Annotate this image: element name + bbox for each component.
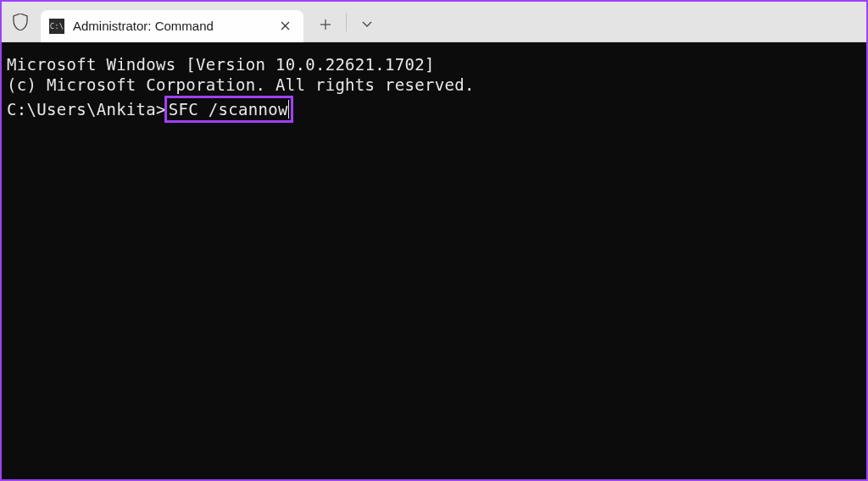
tab-dropdown-button[interactable] [348,8,386,41]
titlebar-actions [307,2,386,41]
titlebar-divider [346,13,347,31]
terminal-area[interactable]: Microsoft Windows [Version 10.0.22621.17… [2,42,866,479]
command-highlight: SFC /scannow [164,96,293,123]
terminal-command: SFC /scannow [169,99,288,119]
tab-title: Administrator: Command [73,19,275,33]
close-tab-button[interactable] [275,16,295,36]
terminal-output-line: Microsoft Windows [Version 10.0.22621.17… [7,54,861,75]
terminal-prompt-line: C:\Users\Ankita>SFC /scannow [7,96,861,123]
tab-command-prompt[interactable]: C:\ Administrator: Command [41,10,303,42]
terminal-output-line: (c) Microsoft Corporation. All rights re… [7,75,861,95]
terminal-icon: C:\ [49,19,64,34]
terminal-prompt: C:\Users\Ankita> [7,99,166,119]
shield-icon [12,14,29,30]
window-titlebar: C:\ Administrator: Command [2,2,866,42]
new-tab-button[interactable] [307,8,344,41]
text-cursor [288,100,289,119]
